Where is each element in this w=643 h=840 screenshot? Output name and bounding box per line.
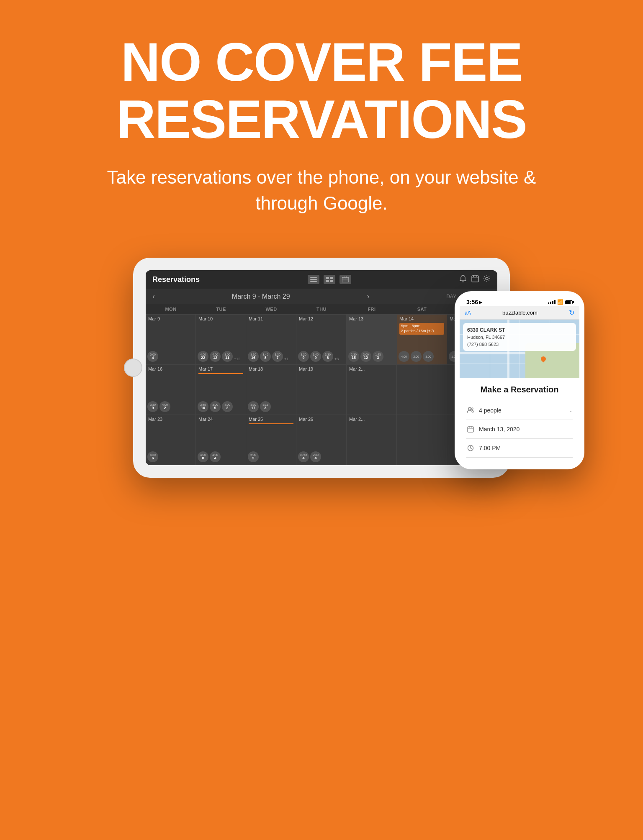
browser-bar: aA buzztable.com ↻ [460, 306, 579, 320]
cal-mar10[interactable]: Mar 10 4:00 22 4:00 12 8:00 11 [196, 315, 246, 365]
cell-times: 4:00 2:00 3:00 [399, 351, 445, 362]
ipad-home-button[interactable] [124, 359, 142, 377]
device-container: Reservations [0, 258, 643, 503]
cal-date: Mar 10 [198, 316, 243, 321]
font-size-btn[interactable]: aA [465, 310, 471, 316]
svg-rect-6 [330, 280, 333, 282]
refresh-btn[interactable]: ↻ [569, 309, 574, 317]
people-value: 4 people [479, 407, 564, 414]
cell-times: 2:45 10 3:00 5 4:00 2 [198, 401, 244, 412]
prev-arrow[interactable]: ‹ [152, 292, 155, 301]
cal-mar14[interactable]: Mar 14 5pm - 8pm: 2 parties / 15m (+2) 4… [397, 315, 447, 365]
time-bubble: 3:00 5 [210, 401, 221, 412]
svg-rect-7 [342, 277, 349, 282]
address-overlay: 6330 CLARK ST Hudson, FL 34667 (727) 868… [463, 323, 576, 351]
time-bubble: 3:45 9 [310, 351, 321, 362]
url-bar[interactable]: buzztable.com [471, 310, 569, 316]
cal-mar16[interactable]: Mar 16 3:30 9 4:00 2 [146, 365, 196, 415]
svg-point-11 [463, 281, 464, 282]
cal-date: Mar 26 [299, 417, 344, 422]
calendar-icon[interactable] [471, 275, 479, 284]
list-view-icon[interactable] [308, 275, 319, 284]
plus-more: +3 [334, 357, 339, 361]
time-bubble: 3:00 [423, 351, 434, 362]
cal-mar20[interactable]: Mar 2... [347, 365, 397, 415]
orange-dot [198, 373, 243, 374]
next-arrow[interactable]: › [367, 292, 369, 301]
ipad-screen: Reservations [146, 270, 497, 465]
cal-mar11[interactable]: Mar 11 8:30 16 3:45 8 3:30 7 [246, 315, 296, 365]
cell-times: 4:00 8 4:30 4 [198, 451, 244, 462]
app-header: Reservations [146, 270, 497, 289]
cell-times: 4:00 22 4:00 12 8:00 11 +12 [198, 351, 244, 362]
svg-rect-12 [472, 276, 478, 282]
svg-rect-3 [326, 277, 329, 279]
day-mon: MON [146, 304, 196, 314]
calendar-grid-row2: Mar 16 3:30 9 4:00 2 Mar 17 [146, 365, 497, 415]
orange-dot [249, 423, 293, 424]
date-range: March 9 - March 29 [232, 293, 290, 300]
time-bubble: 5:00 2 [248, 451, 259, 462]
svg-rect-5 [326, 280, 329, 282]
street-address: 6330 CLARK ST [467, 326, 572, 334]
grid-view-icon[interactable] [324, 275, 335, 284]
calendar-days-header: MON TUE WED THU FRI SAT SUN [146, 304, 497, 315]
time-bubble: 3:45 8 [260, 351, 271, 362]
cal-mar26[interactable]: Mar 26 10:45 4 2:30 4 [296, 415, 347, 465]
cal-mar18[interactable]: Mar 18 3:30 17 3:15 3 [246, 365, 296, 415]
cal-date: Mar 23 [148, 417, 193, 422]
plus-more: +1 [284, 357, 288, 361]
time-bubble: 2:30 4 [310, 451, 321, 462]
date-field[interactable]: March 13, 2020 [466, 420, 573, 439]
status-icons: 📶 [548, 299, 573, 305]
settings-icon[interactable] [483, 275, 491, 284]
cal-date: Mar 24 [198, 417, 243, 422]
day-view-btn[interactable]: DAY [446, 294, 456, 300]
cell-times: 3:30 9 3:45 9 3:30 8 +3 [298, 351, 345, 362]
notification-icon[interactable] [459, 274, 467, 284]
app-title: Reservations [152, 275, 200, 284]
svg-rect-2 [310, 281, 317, 282]
people-icon [466, 406, 475, 415]
time-bubble: 3:30 8 [322, 351, 333, 362]
cell-times: 5:00 4 [147, 351, 194, 362]
iphone-frame: 3:56 ▶ 📶 aA [455, 291, 584, 469]
cal-mar9[interactable]: Mar 9 5:00 4 [146, 315, 196, 365]
time-bubble: 4:00 2 [222, 401, 233, 412]
phone-address: (727) 868-5623 [467, 341, 572, 348]
cal-mar13[interactable]: Mar 13 2:30 15 3:00 12 1:45 3 [347, 315, 397, 365]
cal-empty3 [397, 415, 447, 465]
iphone-map: 6330 CLARK ST Hudson, FL 34667 (727) 868… [460, 320, 579, 378]
svg-rect-1 [310, 279, 317, 280]
cal-mar23[interactable]: Mar 23 4:30 6 [146, 415, 196, 465]
cal-mar19[interactable]: Mar 19 [296, 365, 347, 415]
hero-title: NO COVER FEE RESERVATIONS [33, 33, 610, 148]
iphone-status-bar: 3:56 ▶ 📶 [460, 296, 579, 306]
plus-more: +12 [234, 357, 240, 361]
svg-rect-19 [468, 427, 473, 432]
time-bubble: 2:00 [411, 351, 422, 362]
cal-mar12[interactable]: Mar 12 3:30 9 3:45 9 3:30 8 [296, 315, 347, 365]
reservation-form: Make a Reservation 4 people ⌄ [460, 378, 579, 464]
cal-empty1 [397, 365, 447, 415]
chevron-down-icon: ⌄ [568, 407, 573, 413]
cal-mar17[interactable]: Mar 17 2:45 10 3:00 5 4:00 2 [196, 365, 246, 415]
cal-mar27[interactable]: Mar 2... [347, 415, 397, 465]
calendar-view-icon[interactable] [340, 275, 351, 284]
cal-mar25[interactable]: Mar 25 5:00 2 [246, 415, 296, 465]
time-field[interactable]: 7:00 PM [466, 439, 573, 458]
svg-point-18 [471, 408, 473, 410]
calendar-field-icon [466, 425, 475, 433]
cal-date: Mar 2... [349, 417, 394, 422]
day-thu: THU [296, 304, 347, 314]
time-bubble: 4:30 4 [210, 451, 221, 462]
cal-mar24[interactable]: Mar 24 4:00 8 4:30 4 [196, 415, 246, 465]
cell-times: 5:00 2 [248, 451, 294, 462]
time-bubble: 2:45 10 [198, 401, 208, 412]
day-wed: WED [246, 304, 296, 314]
time-bubble: 5:00 4 [147, 351, 158, 362]
people-field[interactable]: 4 people ⌄ [466, 401, 573, 420]
time-bubble: 3:30 17 [248, 401, 259, 412]
ipad-frame: Reservations [133, 258, 510, 478]
time-bubble: 4:30 6 [147, 451, 158, 462]
